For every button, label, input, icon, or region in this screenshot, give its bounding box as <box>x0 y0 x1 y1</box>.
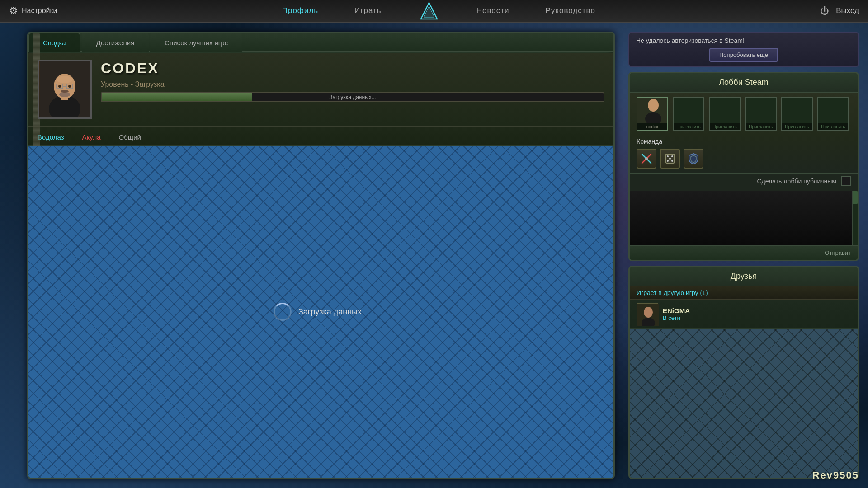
friends-grid-pattern <box>630 329 858 478</box>
nav-guide[interactable]: Руководство <box>546 6 595 15</box>
friend-avatar-enigma <box>637 303 658 325</box>
svg-point-20 <box>645 157 648 160</box>
friend-status-enigma: В сети <box>663 314 851 321</box>
svg-point-10 <box>58 85 61 88</box>
lobby-slot-avatar-3 <box>710 97 740 123</box>
lobby-slot-name-3: Пригласить <box>710 123 740 130</box>
lobby-slot-2[interactable]: Пригласить <box>673 97 704 131</box>
stats-tab-obshiy[interactable]: Общий <box>119 131 141 143</box>
send-row: Отправит <box>630 245 858 260</box>
steam-retry-button[interactable]: Попробовать ещё <box>709 48 778 62</box>
svg-point-28 <box>644 307 653 318</box>
tab-achievements[interactable]: Достижения <box>82 33 149 52</box>
panel-tabs: Сводка Достижения Список лучших игрс <box>28 32 613 52</box>
team-label: Команда <box>637 138 851 145</box>
friends-section-title: Играет в другую игру (1) <box>637 289 851 296</box>
nav-right: Выход <box>811 6 868 16</box>
right-panel: Не удалось авторизоваться в Steam! Попро… <box>624 23 868 488</box>
steam-notif-message: Не удалось авторизоваться в Steam! <box>636 37 745 44</box>
power-button[interactable] <box>820 6 829 16</box>
friends-section-header: Играет в другую игру (1) <box>630 286 858 300</box>
profile-info: CODEX Уровень - Загрузка Загрузка данных… <box>101 60 604 102</box>
public-lobby-checkbox[interactable] <box>841 176 851 186</box>
profile-avatar <box>38 60 92 119</box>
main-content: Сводка Достижения Список лучших игрс <box>0 23 868 488</box>
team-icon-row <box>637 149 851 169</box>
stats-content-area: Загрузка данных... <box>28 146 613 478</box>
watermark: Rev9505 <box>812 469 859 481</box>
settings-menu[interactable]: Настройки <box>0 5 66 17</box>
friend-info-enigma: ENiGMA В сети <box>663 307 851 321</box>
lobby-slot-avatar-4 <box>746 97 776 123</box>
settings-label: Настройки <box>22 7 57 15</box>
team-icon-dice[interactable] <box>660 149 680 169</box>
avatar-image <box>39 61 90 117</box>
public-lobby-row: Сделать лобби публичным <box>630 174 858 191</box>
lobby-slot-1[interactable]: codex <box>637 97 668 131</box>
friends-grid-area <box>630 329 858 478</box>
chat-area <box>630 191 858 245</box>
team-icon-shield[interactable] <box>684 149 703 169</box>
lobby-slots: codex Пригласить Пригласить Пригласить <box>630 93 858 136</box>
nav-center: Профиль Играть Новости Руководство <box>66 0 811 22</box>
chat-scrollbar-thumb <box>853 191 858 204</box>
lobby-slot-name-6: Пригласить <box>818 123 848 130</box>
profile-panel: Сводка Достижения Список лучших игрс <box>27 32 615 479</box>
loading-spinner <box>274 303 292 321</box>
lobby-panel: Лобби Steam codex <box>628 72 859 261</box>
svg-point-13 <box>61 90 69 93</box>
svg-point-26 <box>667 160 669 162</box>
lobby-slot-name-2: Пригласить <box>674 123 703 130</box>
loading-indicator: Загрузка данных... <box>274 303 368 321</box>
friends-panel: Друзья Играет в другую игру (1) ENiGMA В… <box>628 266 859 479</box>
svg-point-23 <box>669 158 671 160</box>
top-navigation: Настройки Профиль Играть Новости Руковод… <box>0 0 868 23</box>
left-panel: Сводка Достижения Список лучших игрс <box>0 23 624 488</box>
svg-point-22 <box>667 155 669 157</box>
lobby-slot-name-5: Пригласить <box>782 123 812 130</box>
lobby-slot-avatar-5 <box>782 97 812 123</box>
svg-point-16 <box>648 99 659 112</box>
friends-title: Друзья <box>630 267 858 286</box>
progress-fill <box>102 93 252 101</box>
lobby-slot-3[interactable]: Пригласить <box>709 97 741 131</box>
team-section: Команда <box>630 136 858 174</box>
progress-text: Загрузка данных... <box>329 94 376 100</box>
svg-point-25 <box>671 155 673 157</box>
nav-news[interactable]: Новости <box>476 6 509 15</box>
friend-enigma[interactable]: ENiGMA В сети <box>630 300 858 329</box>
steam-notification: Не удалось авторизоваться в Steam! Попро… <box>628 32 859 67</box>
profile-level: Уровень - Загрузка <box>101 80 604 89</box>
public-lobby-label: Сделать лобби публичным <box>757 178 836 185</box>
profile-header: CODEX Уровень - Загрузка Загрузка данных… <box>28 53 613 127</box>
lobby-slot-avatar-1 <box>637 97 667 123</box>
lobby-slot-name-1: codex <box>637 123 667 130</box>
team-icon-swords[interactable] <box>637 149 656 169</box>
stats-tab-vodolaz[interactable]: Водолаз <box>38 131 64 143</box>
lobby-slot-6[interactable]: Пригласить <box>817 97 849 131</box>
svg-point-14 <box>57 76 73 83</box>
profile-username: CODEX <box>101 60 604 77</box>
svg-point-24 <box>671 160 673 162</box>
power-icon <box>820 6 829 16</box>
tab-leaderboard[interactable]: Список лучших игрс <box>150 33 242 52</box>
stats-tab-akula[interactable]: Акула <box>82 131 101 143</box>
send-button[interactable]: Отправит <box>630 246 858 260</box>
nav-profile[interactable]: Профиль <box>282 6 318 15</box>
exit-button[interactable]: Выход <box>836 6 859 15</box>
friend-name-enigma: ENiGMA <box>663 307 851 314</box>
lobby-slot-name-4: Пригласить <box>746 123 776 130</box>
lobby-slot-5[interactable]: Пригласить <box>781 97 813 131</box>
lobby-title: Лобби Steam <box>630 73 858 93</box>
progress-bar: Загрузка данных... <box>101 92 604 102</box>
svg-point-11 <box>68 85 71 88</box>
lobby-slot-avatar-6 <box>818 97 848 123</box>
chat-scrollbar[interactable] <box>852 191 858 245</box>
loading-text: Загрузка данных... <box>298 307 368 317</box>
nav-play[interactable]: Играть <box>354 6 382 15</box>
nav-logo[interactable] <box>418 0 440 22</box>
lobby-slot-avatar-2 <box>674 97 703 123</box>
lobby-slot-4[interactable]: Пригласить <box>745 97 777 131</box>
stats-tabs: Водолаз Акула Общий <box>28 127 613 146</box>
gear-icon <box>9 5 18 17</box>
